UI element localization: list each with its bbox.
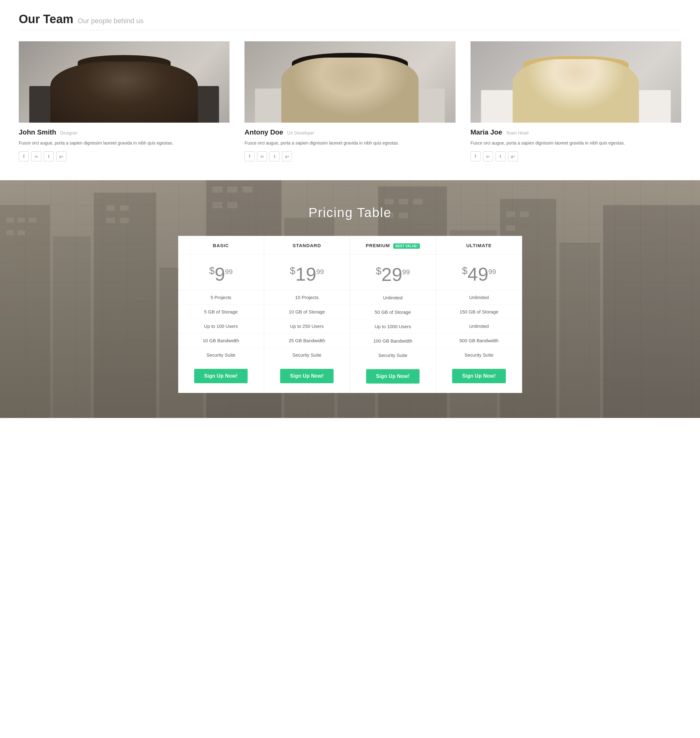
team-photo-john bbox=[19, 41, 229, 123]
price-amount-premium: $2999 bbox=[376, 264, 410, 285]
feature-premium-3: Up to 1000 Users bbox=[350, 320, 436, 334]
svg-rect-12 bbox=[603, 205, 700, 418]
pricing-card-premium: PREMIUM BEST VALUE! $2999 Unlimited 50 G… bbox=[350, 236, 436, 393]
best-value-badge: BEST VALUE! bbox=[393, 243, 420, 249]
social-icons-maria: f in t g+ bbox=[471, 152, 681, 161]
pricing-grid: BASIC $999 5 Projects 5 GB of Storage Up… bbox=[178, 236, 522, 393]
svg-rect-2 bbox=[53, 237, 91, 418]
team-member-maria: Maria Joe Team Head Fusce orci augue, po… bbox=[471, 41, 681, 161]
team-photo-antony bbox=[244, 41, 455, 123]
member-role-john: Designer bbox=[60, 130, 78, 136]
pricing-card-ultimate: ULTIMATE $4999 Unlimited 150 GB of Stora… bbox=[436, 236, 522, 393]
plan-name-standard: STANDARD bbox=[293, 243, 321, 248]
pricing-title: Pricing Table bbox=[13, 205, 687, 220]
feature-ultimate-2: 150 GB of Storage bbox=[436, 305, 522, 319]
feature-ultimate-4: 500 GB Bandwidth bbox=[436, 333, 522, 348]
plan-price-ultimate: $4999 bbox=[436, 258, 522, 290]
team-heading: Our Team Our people behind us bbox=[19, 13, 681, 26]
feature-premium-1: Unlimited bbox=[350, 291, 436, 305]
facebook-icon-maria[interactable]: f bbox=[471, 152, 481, 161]
svg-rect-3 bbox=[94, 193, 156, 418]
pricing-card-header-basic: BASIC bbox=[178, 236, 264, 254]
price-main-premium: 29 bbox=[381, 264, 402, 285]
price-dollar-ultimate: $ bbox=[462, 265, 468, 276]
feature-basic-5: Security Suite bbox=[178, 348, 264, 362]
plan-features-premium: Unlimited 50 GB of Storage Up to 1000 Us… bbox=[350, 291, 436, 362]
pricing-card-basic: BASIC $999 5 Projects 5 GB of Storage Up… bbox=[178, 236, 264, 393]
team-heading-subtitle: Our people behind us bbox=[78, 17, 144, 25]
svg-rect-18 bbox=[6, 230, 14, 235]
pricing-card-header-standard: STANDARD bbox=[264, 236, 350, 254]
member-name-title-john: John Smith Designer bbox=[19, 128, 229, 136]
signup-button-standard[interactable]: Sign Up Now! bbox=[280, 369, 334, 383]
member-role-maria: Team Head bbox=[506, 130, 529, 136]
plan-features-ultimate: Unlimited 150 GB of Storage Unlimited 50… bbox=[436, 290, 522, 362]
facebook-icon-john[interactable]: f bbox=[19, 152, 29, 161]
svg-rect-19 bbox=[18, 230, 25, 235]
pricing-section: Pricing Table BASIC $999 5 Projects 5 GB… bbox=[0, 180, 700, 418]
feature-standard-3: Up to 250 Users bbox=[264, 319, 350, 333]
price-main-ultimate: 49 bbox=[468, 264, 488, 285]
member-name-title-maria: Maria Joe Team Head bbox=[471, 128, 681, 136]
feature-ultimate-1: Unlimited bbox=[436, 290, 522, 305]
member-name-antony: Antony Doe bbox=[244, 128, 283, 136]
pricing-card-header-premium: PREMIUM BEST VALUE! bbox=[350, 236, 436, 254]
linkedin-icon-antony[interactable]: in bbox=[257, 152, 267, 161]
plan-price-basic: $999 bbox=[178, 258, 264, 290]
svg-rect-24 bbox=[213, 186, 223, 193]
svg-rect-30 bbox=[399, 199, 408, 205]
feature-basic-1: 5 Projects bbox=[178, 290, 264, 305]
twitter-icon-john[interactable]: t bbox=[44, 152, 54, 161]
signup-button-ultimate[interactable]: Sign Up Now! bbox=[452, 369, 506, 383]
price-cents-premium: 99 bbox=[402, 268, 410, 276]
feature-basic-3: Up to 100 Users bbox=[178, 319, 264, 333]
price-cents-standard: 99 bbox=[316, 268, 324, 275]
linkedin-icon-maria[interactable]: in bbox=[483, 152, 493, 161]
price-cents-basic: 99 bbox=[225, 268, 232, 275]
team-member-antony: Antony Doe UX Developer Fusce orci augue… bbox=[244, 41, 455, 161]
googleplus-icon-antony[interactable]: g+ bbox=[282, 152, 292, 161]
team-photo-maria bbox=[471, 41, 681, 123]
member-role-antony: UX Developer bbox=[287, 130, 314, 136]
svg-rect-1 bbox=[0, 205, 50, 418]
member-bio-maria: Fusce orci augue, porta a sapien digniss… bbox=[471, 140, 681, 146]
team-heading-title: Our Team bbox=[19, 13, 74, 26]
feature-standard-5: Security Suite bbox=[264, 348, 350, 362]
price-dollar-premium: $ bbox=[376, 265, 381, 277]
twitter-icon-maria[interactable]: t bbox=[496, 152, 506, 161]
team-section: Our Team Our people behind us bbox=[0, 0, 700, 180]
price-cents-ultimate: 99 bbox=[488, 268, 496, 275]
social-icons-antony: f in t g+ bbox=[244, 152, 455, 161]
plan-features-standard: 10 Projects 10 GB of Storage Up to 250 U… bbox=[264, 290, 350, 362]
feature-premium-2: 50 GB of Storage bbox=[350, 305, 436, 320]
linkedin-icon-john[interactable]: in bbox=[31, 152, 41, 161]
signup-button-premium[interactable]: Sign Up Now! bbox=[366, 369, 420, 383]
member-bio-antony: Fusce orci augue, porta a sapien digniss… bbox=[244, 140, 455, 146]
googleplus-icon-maria[interactable]: g+ bbox=[508, 152, 518, 161]
facebook-icon-antony[interactable]: f bbox=[244, 152, 254, 161]
pricing-card-standard: STANDARD $1999 10 Projects 10 GB of Stor… bbox=[264, 236, 350, 393]
feature-standard-1: 10 Projects bbox=[264, 290, 350, 305]
twitter-icon-antony[interactable]: t bbox=[269, 152, 279, 161]
signup-button-basic[interactable]: Sign Up Now! bbox=[194, 369, 248, 383]
price-main-standard: 19 bbox=[296, 264, 316, 285]
feature-premium-5: Security Suite bbox=[350, 348, 436, 362]
feature-premium-4: 100 GB Bandwidth bbox=[350, 334, 436, 348]
svg-rect-11 bbox=[559, 243, 600, 418]
feature-basic-4: 10 GB Bandwidth bbox=[178, 333, 264, 348]
feature-ultimate-3: Unlimited bbox=[436, 319, 522, 333]
member-bio-john: Fusce orci augue, porta a sapien digniss… bbox=[19, 140, 229, 146]
member-name-title-antony: Antony Doe UX Developer bbox=[244, 128, 455, 136]
price-dollar-basic: $ bbox=[209, 265, 215, 276]
svg-rect-25 bbox=[228, 186, 238, 193]
plan-name-basic: BASIC bbox=[213, 243, 229, 248]
svg-rect-31 bbox=[413, 199, 422, 205]
plan-name-ultimate: ULTIMATE bbox=[466, 243, 492, 248]
feature-standard-2: 10 GB of Storage bbox=[264, 305, 350, 319]
feature-basic-2: 5 GB of Storage bbox=[178, 305, 264, 319]
svg-rect-26 bbox=[243, 186, 253, 193]
googleplus-icon-john[interactable]: g+ bbox=[56, 152, 66, 161]
member-name-john: John Smith bbox=[19, 128, 56, 136]
svg-rect-36 bbox=[506, 225, 515, 231]
member-name-maria: Maria Joe bbox=[471, 128, 502, 136]
